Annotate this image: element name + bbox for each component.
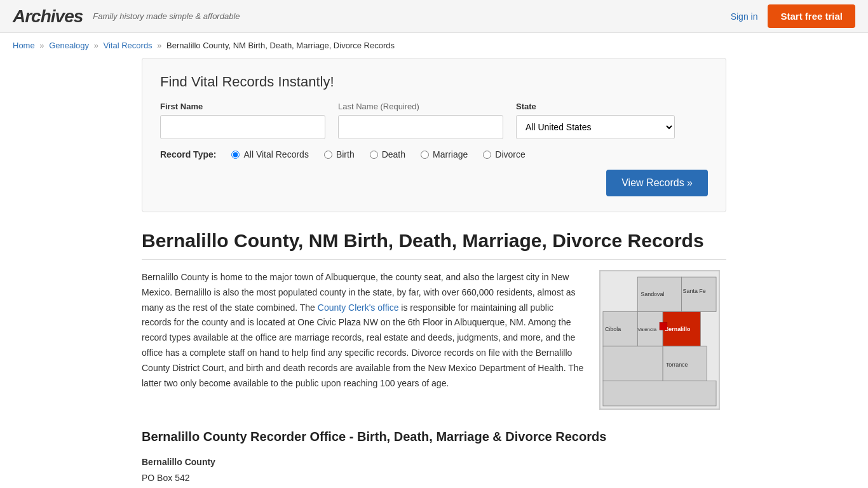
radio-marriage: Marriage	[421, 149, 473, 159]
first-name-group: First Name	[160, 102, 325, 139]
sign-in-link[interactable]: Sign in	[731, 11, 758, 22]
map-label-cibola: Cibola	[605, 326, 621, 332]
last-name-input[interactable]	[338, 115, 503, 139]
office-address-line1: PO Box 542	[142, 470, 726, 486]
svg-rect-2	[682, 277, 716, 311]
radio-all-vital: All Vital Records	[231, 149, 313, 159]
office-name: Bernalillo County	[142, 454, 726, 470]
breadcrumb-genealogy[interactable]: Genealogy	[49, 41, 89, 50]
header-left: Archives Family history made simple & af…	[13, 6, 240, 27]
county-clerk-link[interactable]: County Clerk's office	[318, 302, 399, 313]
last-name-group: Last Name (Required)	[338, 102, 503, 139]
breadcrumb-vital-records[interactable]: Vital Records	[104, 41, 153, 50]
radio-all-vital-input[interactable]	[231, 151, 240, 159]
first-name-input[interactable]	[160, 115, 325, 139]
map-label-santa-fe: Santa Fe	[683, 288, 706, 294]
start-trial-button[interactable]: Start free trial	[768, 4, 855, 28]
brand-logo: Archives	[13, 6, 83, 27]
radio-death-label: Death	[382, 149, 405, 159]
map-label-bernalillo: Bernalillo	[665, 326, 691, 332]
map-label-sandoval: Sandoval	[641, 291, 664, 297]
breadcrumb-sep-2: »	[94, 41, 98, 50]
main-content: Find Vital Records Instantly! First Name…	[129, 58, 739, 488]
office-info: Bernalillo County PO Box 542 Albuquerque…	[142, 454, 726, 488]
map-label-valencia: Valencia	[637, 327, 656, 332]
recorder-section-heading: Bernalillo County Recorder Office - Birt…	[142, 430, 726, 444]
breadcrumb-sep-1: »	[39, 41, 44, 50]
breadcrumb: Home » Genealogy » Vital Records » Berna…	[0, 33, 868, 58]
svg-rect-9	[660, 322, 667, 330]
site-header: Archives Family history made simple & af…	[0, 0, 868, 33]
radio-divorce-label: Divorce	[495, 149, 525, 159]
map-label-torrance: Torrance	[666, 362, 688, 368]
county-map: Sandoval Santa Fe Bernalillo Cibola Vale…	[599, 270, 720, 410]
content-area: Bernalillo County is home to the major t…	[142, 270, 726, 412]
state-select[interactable]: All United States Alabama Alaska Arizona…	[516, 115, 675, 139]
view-records-button[interactable]: View Records »	[606, 170, 708, 196]
radio-birth: Birth	[324, 149, 360, 159]
radio-divorce-input[interactable]	[483, 151, 491, 159]
radio-death-input[interactable]	[370, 151, 378, 159]
record-type-row: Record Type: All Vital Records Birth Dea…	[160, 149, 708, 159]
first-name-label: First Name	[160, 102, 325, 111]
content-text: Bernalillo County is home to the major t…	[142, 270, 584, 412]
radio-birth-label: Birth	[336, 149, 355, 159]
state-group: State All United States Alabama Alaska A…	[516, 102, 675, 139]
radio-all-vital-label: All Vital Records	[243, 149, 308, 159]
svg-rect-7	[603, 346, 663, 381]
breadcrumb-home[interactable]: Home	[13, 41, 35, 50]
view-records-row: View Records »	[160, 170, 708, 196]
radio-divorce: Divorce	[483, 149, 530, 159]
content-paragraph: Bernalillo County is home to the major t…	[142, 270, 584, 391]
record-type-label: Record Type:	[160, 149, 216, 159]
page-title: Bernalillo County, NM Birth, Death, Marr…	[142, 230, 726, 260]
search-form-row: First Name Last Name (Required) State Al…	[160, 102, 708, 139]
brand-tagline: Family history made simple & affordable	[93, 11, 240, 21]
radio-birth-input[interactable]	[324, 151, 332, 159]
last-name-label: Last Name (Required)	[338, 102, 503, 111]
radio-death: Death	[370, 149, 410, 159]
breadcrumb-sep-3: »	[157, 41, 161, 50]
map-container: Sandoval Santa Fe Bernalillo Cibola Vale…	[599, 270, 726, 412]
search-title: Find Vital Records Instantly!	[160, 74, 708, 90]
state-label: State	[516, 102, 675, 111]
header-right: Sign in Start free trial	[731, 4, 855, 28]
radio-marriage-input[interactable]	[421, 151, 429, 159]
search-box: Find Vital Records Instantly! First Name…	[142, 58, 726, 212]
breadcrumb-current: Bernalillo County, NM Birth, Death, Marr…	[166, 41, 395, 50]
radio-marriage-label: Marriage	[433, 149, 468, 159]
svg-rect-8	[603, 381, 716, 406]
